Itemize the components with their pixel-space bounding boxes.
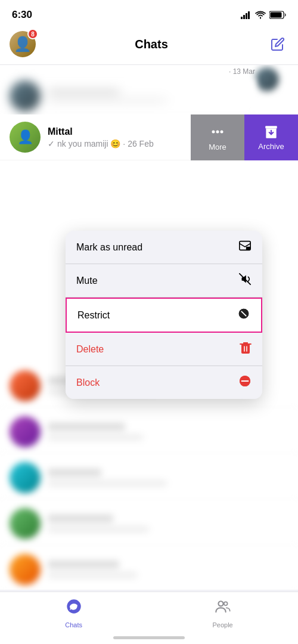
- chat-list-area: · 13 Mar 👤 Mittal ✓ n: [0, 65, 298, 590]
- chat-text: [48, 87, 246, 105]
- nav-people[interactable]: People: [212, 598, 232, 628]
- svg-rect-9: [265, 126, 277, 128]
- status-time: 6:30: [12, 9, 32, 21]
- more-label: More: [209, 143, 226, 151]
- mark-unread-label: Mark as unread: [76, 242, 142, 253]
- more-dots-icon: [209, 123, 226, 140]
- svg-rect-0: [241, 17, 243, 19]
- chat-item-5: [0, 409, 298, 455]
- notification-badge: 8: [27, 29, 38, 39]
- mittal-chat-row[interactable]: 👤 Mittal ✓ nk you mamiji 😊 · 26 Feb: [0, 114, 298, 160]
- chat-item-7: [0, 501, 298, 547]
- context-mark-unread[interactable]: Mark as unread: [66, 231, 262, 264]
- restrict-icon: [237, 307, 250, 323]
- svg-point-7: [216, 131, 219, 134]
- page-title: Chats: [135, 38, 168, 51]
- mittal-avatar: 👤: [10, 122, 41, 153]
- avatar: [10, 80, 41, 112]
- mittal-preview: nk you mamiji 😊 · 26 Feb: [57, 139, 154, 148]
- profile-avatar-wrap[interactable]: 👤 8: [10, 31, 36, 57]
- check-icon: ✓: [48, 139, 55, 148]
- app-header: 👤 8 Chats: [0, 26, 298, 65]
- delete-label: Delete: [76, 344, 104, 355]
- people-icon: [215, 598, 231, 619]
- context-restrict[interactable]: Restrict: [66, 298, 262, 333]
- svg-point-8: [221, 131, 224, 134]
- svg-line-13: [240, 274, 250, 284]
- signal-icon: [241, 11, 252, 19]
- context-delete[interactable]: Delete: [66, 333, 262, 366]
- block-label: Block: [76, 377, 100, 388]
- delete-icon: [240, 341, 252, 357]
- status-icons: [241, 11, 286, 19]
- compose-icon: [271, 37, 285, 51]
- context-menu: Mark as unread Mute Restrict: [66, 231, 262, 399]
- swipe-actions: More Archive: [191, 114, 298, 160]
- svg-rect-2: [246, 13, 247, 19]
- svg-point-6: [212, 131, 215, 134]
- mark-unread-icon: [238, 239, 252, 255]
- status-bar: 6:30: [0, 0, 298, 26]
- context-mute[interactable]: Mute: [66, 264, 262, 298]
- chats-label: Chats: [65, 621, 82, 628]
- mute-label: Mute: [76, 275, 98, 286]
- more-button[interactable]: More: [191, 114, 244, 160]
- date-label-1: · 13 Mar: [0, 65, 298, 78]
- archive-icon: [263, 124, 279, 140]
- chat-item-6: [0, 455, 298, 501]
- archive-label: Archive: [258, 142, 284, 151]
- mute-icon: [238, 273, 252, 289]
- svg-rect-3: [248, 11, 250, 19]
- compose-button[interactable]: [267, 33, 288, 55]
- archive-button[interactable]: Archive: [244, 114, 298, 160]
- battery-icon: [269, 11, 286, 19]
- svg-rect-12: [246, 247, 250, 250]
- chats-icon: [66, 598, 82, 619]
- home-indicator: [113, 636, 185, 639]
- chat-item-8: [0, 547, 298, 590]
- mittal-name: Mittal: [48, 126, 73, 137]
- people-label: People: [212, 621, 232, 628]
- svg-point-22: [218, 601, 223, 606]
- block-icon: [238, 374, 252, 391]
- svg-rect-1: [243, 15, 245, 19]
- wifi-icon: [255, 11, 266, 19]
- nav-chats[interactable]: Chats: [65, 598, 82, 628]
- restrict-label: Restrict: [77, 310, 110, 321]
- svg-rect-5: [271, 13, 282, 18]
- context-block[interactable]: Block: [66, 366, 262, 399]
- chat-item-1[interactable]: · 13 Mar: [0, 65, 298, 114]
- svg-point-23: [224, 602, 227, 605]
